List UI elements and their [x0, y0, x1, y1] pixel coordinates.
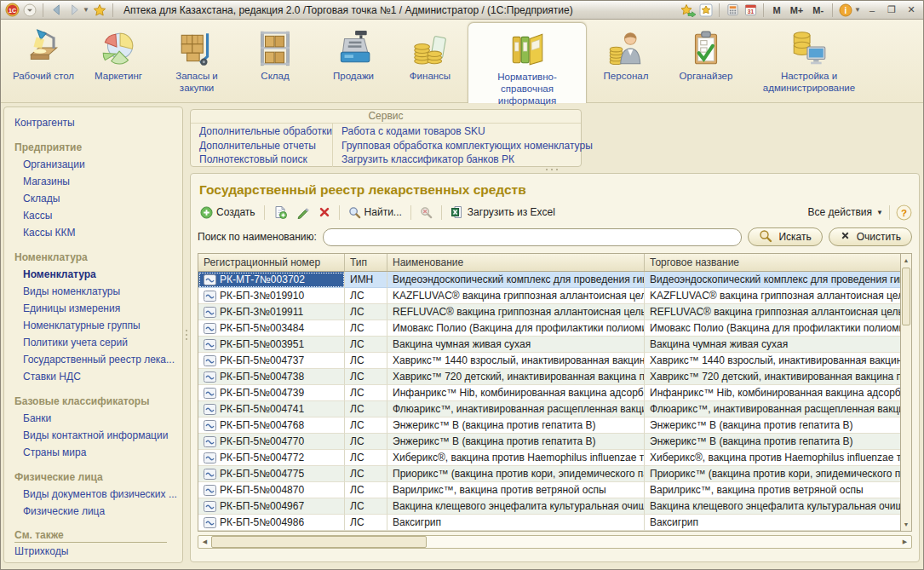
table-header[interactable]: Регистрационный номер Тип Наименование Т…	[198, 254, 900, 272]
sidebar-navigation: КонтрагентыПредприятиеОрганизацииМагазин…	[3, 107, 183, 563]
table-row[interactable]: РК-МТ-7№003702 ИМН Видеоэндоскопический …	[198, 272, 900, 288]
service-link[interactable]: Дополнительные обработки	[199, 124, 332, 139]
sidebar-item[interactable]: Ставки НДС	[14, 368, 179, 385]
ribbon-tab-pie-chart[interactable]: Маркетинг	[79, 22, 158, 103]
memory-recall-button[interactable]: M	[769, 4, 783, 16]
sidebar-item[interactable]: Государственный реестр лека...	[14, 351, 179, 368]
table-row[interactable]: РК-БП-5№004741 ЛС Флюарикс™, инактивиров…	[198, 401, 900, 417]
copy-item-button[interactable]	[271, 204, 290, 221]
column-header-reg[interactable]: Регистрационный номер	[198, 254, 345, 271]
table-row[interactable]: РК-БП-5№004870 ЛС Варилрикс™, вакцина пр…	[198, 482, 900, 498]
column-header-name[interactable]: Наименование	[387, 254, 645, 271]
service-link[interactable]: Загрузить классификатор банков РК	[341, 153, 593, 167]
help-button[interactable]: ?	[896, 204, 912, 221]
ribbon-tab-warehouse-shelf[interactable]: Склад	[236, 22, 314, 103]
ribbon-tab-db-computer[interactable]: Настройка и администрирование	[747, 22, 871, 103]
sidebar-item[interactable]: Страны мира	[14, 444, 179, 461]
cancel-search-button[interactable]	[417, 204, 435, 221]
sidebar-item[interactable]: Виды контактной информации	[14, 427, 179, 444]
service-link[interactable]: Работа с кодами товаров SKU	[341, 124, 593, 139]
back-button[interactable]	[49, 3, 64, 18]
memory-minus-button[interactable]: M-	[809, 4, 827, 16]
ribbon-tab-cash-register[interactable]: Продажи	[314, 22, 393, 103]
search-button[interactable]: Искать	[748, 227, 822, 246]
calendar-icon[interactable]: 31	[743, 3, 758, 18]
sidebar-item[interactable]: Виды номенклатуры	[14, 283, 179, 300]
vertical-scroll-thumb[interactable]	[902, 268, 910, 325]
vertical-splitter[interactable]	[184, 107, 189, 563]
forward-button[interactable]	[66, 3, 82, 18]
favorites-list-icon[interactable]	[698, 3, 714, 18]
info-button[interactable]: i	[838, 3, 853, 18]
service-link[interactable]: Дополнительные отчеты	[199, 139, 332, 153]
create-button[interactable]: Создать	[198, 204, 258, 221]
table-row[interactable]: РК-БП-5№004967 ЛС Вакцина клещевого энце…	[198, 498, 900, 515]
all-actions-button[interactable]: Все действия ▼	[808, 206, 883, 218]
clear-button[interactable]: Очистить	[829, 227, 912, 246]
service-links-right: Работа с кодами товаров SKUГрупповая обр…	[333, 124, 593, 167]
sidebar-item[interactable]: Физические лица	[14, 503, 179, 520]
table-row[interactable]: РК-БП-3№019910 ЛС KAZFLUVAC® вакцина гри…	[198, 288, 900, 304]
content-panel: Государственный реестр лекарственных сре…	[190, 173, 920, 562]
sidebar-item[interactable]: Банки	[14, 410, 179, 427]
horizontal-scrollbar[interactable]: ◀ ▶	[198, 535, 912, 549]
load-excel-button[interactable]: Загрузить из Excel	[448, 204, 558, 221]
column-header-trade[interactable]: Торговое название	[645, 254, 900, 271]
info-dropdown-icon[interactable]: ▼	[854, 6, 861, 14]
sidebar-item[interactable]: Политики учета серий	[14, 334, 179, 351]
history-dropdown-icon[interactable]: ▼	[83, 6, 89, 14]
ribbon-tab-clipboard-check[interactable]: Органайзер	[665, 22, 747, 103]
delete-item-button[interactable]	[316, 204, 333, 220]
calculator-icon[interactable]	[725, 3, 740, 18]
sidebar-item[interactable]: Штрихкоды	[14, 543, 179, 560]
ribbon-tab-person-coins[interactable]: Персонал	[587, 22, 665, 103]
sidebar-item[interactable]: Контрагенты	[14, 114, 179, 131]
table-row[interactable]: РК-БП-3№019911 ЛС REFLUVAC® вакцина грип…	[198, 304, 900, 320]
sidebar-item[interactable]: Единицы измерения	[14, 300, 179, 317]
ribbon-tab-boxes-trolley[interactable]: Запасы и закупки	[158, 22, 236, 103]
table-row[interactable]: РК-БП-5№004770 ЛС Энжерикс™ В (вакцина п…	[198, 434, 900, 450]
memory-plus-button[interactable]: M+	[787, 4, 807, 16]
sidebar-item[interactable]: Номенклатурные группы	[14, 317, 179, 334]
ribbon-tab-binders[interactable]: Нормативно-справочная информация	[468, 22, 587, 103]
maximize-button[interactable]: ❐	[883, 3, 900, 16]
sidebar-item[interactable]: Кассы ККМ	[14, 224, 179, 241]
service-link[interactable]: Полнотекстовый поиск	[199, 153, 332, 167]
table-row[interactable]: РК-БП-5№004986 ЛС Ваксигрип Ваксигрип	[198, 515, 900, 531]
horizontal-scroll-thumb[interactable]	[211, 536, 427, 548]
table-row[interactable]: РК-БП-5№003951 ЛС Вакцина чумная живая с…	[198, 337, 900, 353]
sidebar-item[interactable]: Кассы	[14, 207, 179, 224]
scroll-right-icon[interactable]: ▶	[898, 536, 911, 548]
add-favorite-icon[interactable]	[680, 3, 696, 18]
column-header-type[interactable]: Тип	[345, 254, 387, 271]
ribbon-tab-coins[interactable]: Финансы	[393, 22, 468, 103]
table-row[interactable]: РК-БП-5№004737 ЛС Хаврикс™ 1440 взрослый…	[198, 353, 900, 369]
scroll-left-icon[interactable]: ◀	[198, 536, 211, 548]
ribbon-tab-label: Финансы	[410, 71, 451, 83]
table-row[interactable]: РК-БП-5№004739 ЛС Инфанрикс™ Hib, комбин…	[198, 385, 900, 401]
sidebar-item[interactable]: Склады	[14, 190, 179, 207]
horizontal-splitter[interactable]	[546, 169, 558, 170]
scroll-down-icon[interactable]: ▼	[901, 518, 911, 531]
favorites-star-icon[interactable]	[92, 3, 107, 18]
scroll-up-icon[interactable]: ▲	[901, 254, 911, 267]
close-button[interactable]: ✕	[903, 3, 920, 16]
table-row[interactable]: РК-БП-5№004768 ЛС Энжерикс™ В (вакцина п…	[198, 417, 900, 434]
sidebar-item[interactable]: Организации	[14, 156, 179, 173]
table-row[interactable]: РК-БП-5№004738 ЛС Хаврикс™ 720 детский, …	[198, 369, 900, 385]
search-input[interactable]	[323, 228, 743, 246]
divider	[832, 3, 833, 17]
table-row[interactable]: РК-БП-5№004772 ЛС Хиберикс®, вакцина про…	[198, 450, 900, 466]
sidebar-item[interactable]: Номенклатура	[14, 266, 179, 283]
edit-item-button[interactable]	[294, 204, 312, 221]
find-button[interactable]: Найти...	[346, 204, 405, 221]
table-row[interactable]: РК-БП-5№004775 ЛС Приорикс™ (вакцина про…	[198, 466, 900, 482]
main-menu-dropdown-button[interactable]	[22, 3, 37, 18]
ribbon-tab-desk-lamp[interactable]: Рабочий стол	[8, 22, 79, 103]
vertical-scrollbar[interactable]: ▲ ▼	[901, 253, 912, 532]
service-link[interactable]: Групповая обработка комплектующих номенк…	[341, 139, 593, 153]
table-row[interactable]: РК-БП-5№003484 ЛС Имовакс Полио (Вакцина…	[198, 320, 900, 337]
sidebar-item[interactable]: Виды документов физических ...	[14, 486, 179, 503]
minimize-button[interactable]: –	[864, 4, 881, 16]
sidebar-item[interactable]: Магазины	[14, 173, 179, 190]
